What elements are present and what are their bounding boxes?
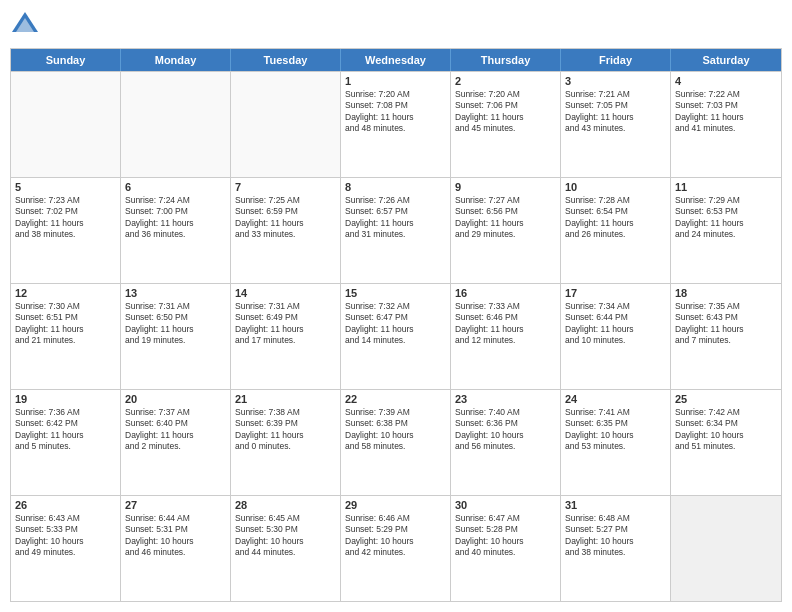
day-cell-31: 31Sunrise: 6:48 AM Sunset: 5:27 PM Dayli… — [561, 496, 671, 601]
day-number: 6 — [125, 181, 226, 193]
day-number: 10 — [565, 181, 666, 193]
day-cell-27: 27Sunrise: 6:44 AM Sunset: 5:31 PM Dayli… — [121, 496, 231, 601]
day-cell-12: 12Sunrise: 7:30 AM Sunset: 6:51 PM Dayli… — [11, 284, 121, 389]
day-cell-28: 28Sunrise: 6:45 AM Sunset: 5:30 PM Dayli… — [231, 496, 341, 601]
day-cell-10: 10Sunrise: 7:28 AM Sunset: 6:54 PM Dayli… — [561, 178, 671, 283]
day-number: 28 — [235, 499, 336, 511]
header-day-tuesday: Tuesday — [231, 49, 341, 71]
day-info: Sunrise: 7:22 AM Sunset: 7:03 PM Dayligh… — [675, 89, 777, 135]
header-day-sunday: Sunday — [11, 49, 121, 71]
day-info: Sunrise: 7:33 AM Sunset: 6:46 PM Dayligh… — [455, 301, 556, 347]
day-info: Sunrise: 7:40 AM Sunset: 6:36 PM Dayligh… — [455, 407, 556, 453]
page: SundayMondayTuesdayWednesdayThursdayFrid… — [0, 0, 792, 612]
day-info: Sunrise: 7:31 AM Sunset: 6:50 PM Dayligh… — [125, 301, 226, 347]
day-cell-1: 1Sunrise: 7:20 AM Sunset: 7:08 PM Daylig… — [341, 72, 451, 177]
day-cell-11: 11Sunrise: 7:29 AM Sunset: 6:53 PM Dayli… — [671, 178, 781, 283]
day-cell-3: 3Sunrise: 7:21 AM Sunset: 7:05 PM Daylig… — [561, 72, 671, 177]
empty-cell — [671, 496, 781, 601]
day-info: Sunrise: 7:36 AM Sunset: 6:42 PM Dayligh… — [15, 407, 116, 453]
header-day-thursday: Thursday — [451, 49, 561, 71]
day-cell-20: 20Sunrise: 7:37 AM Sunset: 6:40 PM Dayli… — [121, 390, 231, 495]
day-info: Sunrise: 7:29 AM Sunset: 6:53 PM Dayligh… — [675, 195, 777, 241]
calendar-body: 1Sunrise: 7:20 AM Sunset: 7:08 PM Daylig… — [11, 71, 781, 601]
day-info: Sunrise: 7:42 AM Sunset: 6:34 PM Dayligh… — [675, 407, 777, 453]
day-number: 7 — [235, 181, 336, 193]
day-number: 24 — [565, 393, 666, 405]
calendar-row-5: 26Sunrise: 6:43 AM Sunset: 5:33 PM Dayli… — [11, 495, 781, 601]
day-number: 11 — [675, 181, 777, 193]
day-cell-13: 13Sunrise: 7:31 AM Sunset: 6:50 PM Dayli… — [121, 284, 231, 389]
day-info: Sunrise: 7:26 AM Sunset: 6:57 PM Dayligh… — [345, 195, 446, 241]
calendar-row-1: 1Sunrise: 7:20 AM Sunset: 7:08 PM Daylig… — [11, 71, 781, 177]
calendar: SundayMondayTuesdayWednesdayThursdayFrid… — [10, 48, 782, 602]
day-cell-7: 7Sunrise: 7:25 AM Sunset: 6:59 PM Daylig… — [231, 178, 341, 283]
calendar-header: SundayMondayTuesdayWednesdayThursdayFrid… — [11, 49, 781, 71]
day-info: Sunrise: 6:45 AM Sunset: 5:30 PM Dayligh… — [235, 513, 336, 559]
day-cell-23: 23Sunrise: 7:40 AM Sunset: 6:36 PM Dayli… — [451, 390, 561, 495]
day-number: 22 — [345, 393, 446, 405]
day-number: 18 — [675, 287, 777, 299]
day-cell-19: 19Sunrise: 7:36 AM Sunset: 6:42 PM Dayli… — [11, 390, 121, 495]
day-number: 4 — [675, 75, 777, 87]
header-day-wednesday: Wednesday — [341, 49, 451, 71]
day-info: Sunrise: 7:32 AM Sunset: 6:47 PM Dayligh… — [345, 301, 446, 347]
day-number: 25 — [675, 393, 777, 405]
day-info: Sunrise: 6:46 AM Sunset: 5:29 PM Dayligh… — [345, 513, 446, 559]
day-cell-29: 29Sunrise: 6:46 AM Sunset: 5:29 PM Dayli… — [341, 496, 451, 601]
day-info: Sunrise: 7:39 AM Sunset: 6:38 PM Dayligh… — [345, 407, 446, 453]
day-number: 19 — [15, 393, 116, 405]
calendar-row-4: 19Sunrise: 7:36 AM Sunset: 6:42 PM Dayli… — [11, 389, 781, 495]
day-number: 1 — [345, 75, 446, 87]
day-info: Sunrise: 6:43 AM Sunset: 5:33 PM Dayligh… — [15, 513, 116, 559]
header-day-friday: Friday — [561, 49, 671, 71]
day-number: 2 — [455, 75, 556, 87]
day-cell-4: 4Sunrise: 7:22 AM Sunset: 7:03 PM Daylig… — [671, 72, 781, 177]
day-info: Sunrise: 6:47 AM Sunset: 5:28 PM Dayligh… — [455, 513, 556, 559]
day-cell-15: 15Sunrise: 7:32 AM Sunset: 6:47 PM Dayli… — [341, 284, 451, 389]
day-cell-24: 24Sunrise: 7:41 AM Sunset: 6:35 PM Dayli… — [561, 390, 671, 495]
day-info: Sunrise: 7:25 AM Sunset: 6:59 PM Dayligh… — [235, 195, 336, 241]
day-info: Sunrise: 7:20 AM Sunset: 7:06 PM Dayligh… — [455, 89, 556, 135]
day-number: 14 — [235, 287, 336, 299]
day-info: Sunrise: 7:21 AM Sunset: 7:05 PM Dayligh… — [565, 89, 666, 135]
day-info: Sunrise: 6:48 AM Sunset: 5:27 PM Dayligh… — [565, 513, 666, 559]
day-info: Sunrise: 6:44 AM Sunset: 5:31 PM Dayligh… — [125, 513, 226, 559]
day-info: Sunrise: 7:23 AM Sunset: 7:02 PM Dayligh… — [15, 195, 116, 241]
day-number: 17 — [565, 287, 666, 299]
day-info: Sunrise: 7:35 AM Sunset: 6:43 PM Dayligh… — [675, 301, 777, 347]
day-number: 27 — [125, 499, 226, 511]
day-cell-17: 17Sunrise: 7:34 AM Sunset: 6:44 PM Dayli… — [561, 284, 671, 389]
day-number: 31 — [565, 499, 666, 511]
header — [10, 10, 782, 40]
day-cell-30: 30Sunrise: 6:47 AM Sunset: 5:28 PM Dayli… — [451, 496, 561, 601]
day-info: Sunrise: 7:20 AM Sunset: 7:08 PM Dayligh… — [345, 89, 446, 135]
day-number: 15 — [345, 287, 446, 299]
day-number: 23 — [455, 393, 556, 405]
day-cell-16: 16Sunrise: 7:33 AM Sunset: 6:46 PM Dayli… — [451, 284, 561, 389]
day-cell-22: 22Sunrise: 7:39 AM Sunset: 6:38 PM Dayli… — [341, 390, 451, 495]
day-number: 8 — [345, 181, 446, 193]
day-number: 26 — [15, 499, 116, 511]
day-cell-21: 21Sunrise: 7:38 AM Sunset: 6:39 PM Dayli… — [231, 390, 341, 495]
empty-cell — [11, 72, 121, 177]
header-day-monday: Monday — [121, 49, 231, 71]
day-number: 20 — [125, 393, 226, 405]
day-cell-26: 26Sunrise: 6:43 AM Sunset: 5:33 PM Dayli… — [11, 496, 121, 601]
day-number: 21 — [235, 393, 336, 405]
empty-cell — [231, 72, 341, 177]
day-info: Sunrise: 7:28 AM Sunset: 6:54 PM Dayligh… — [565, 195, 666, 241]
empty-cell — [121, 72, 231, 177]
day-cell-14: 14Sunrise: 7:31 AM Sunset: 6:49 PM Dayli… — [231, 284, 341, 389]
day-number: 9 — [455, 181, 556, 193]
logo-icon — [10, 10, 40, 40]
day-number: 29 — [345, 499, 446, 511]
day-number: 13 — [125, 287, 226, 299]
day-number: 3 — [565, 75, 666, 87]
day-number: 16 — [455, 287, 556, 299]
day-info: Sunrise: 7:38 AM Sunset: 6:39 PM Dayligh… — [235, 407, 336, 453]
day-cell-2: 2Sunrise: 7:20 AM Sunset: 7:06 PM Daylig… — [451, 72, 561, 177]
day-cell-6: 6Sunrise: 7:24 AM Sunset: 7:00 PM Daylig… — [121, 178, 231, 283]
day-info: Sunrise: 7:27 AM Sunset: 6:56 PM Dayligh… — [455, 195, 556, 241]
day-cell-8: 8Sunrise: 7:26 AM Sunset: 6:57 PM Daylig… — [341, 178, 451, 283]
calendar-row-2: 5Sunrise: 7:23 AM Sunset: 7:02 PM Daylig… — [11, 177, 781, 283]
